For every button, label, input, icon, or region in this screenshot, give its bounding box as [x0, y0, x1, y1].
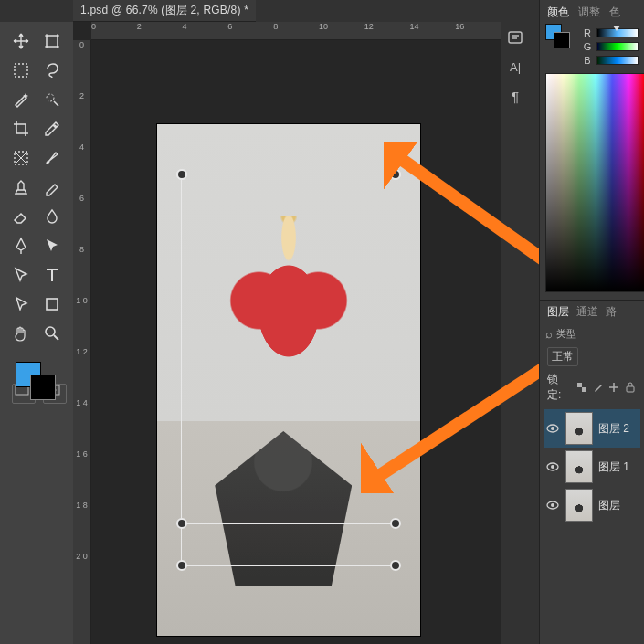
- layer-row[interactable]: 图层 1: [544, 448, 640, 486]
- svg-rect-4: [47, 299, 58, 310]
- hand-tool[interactable]: [6, 320, 36, 347]
- ruler-tick: 2 0: [76, 552, 88, 603]
- pointer-tool[interactable]: [6, 290, 36, 318]
- svg-line-10: [372, 364, 551, 480]
- layer-thumbnail[interactable]: [565, 489, 593, 522]
- quick-select-tool[interactable]: [37, 86, 67, 113]
- path-select-tool[interactable]: [37, 232, 67, 259]
- ruler-tick: 2: [79, 91, 84, 143]
- ruler-tick: 6: [79, 194, 84, 245]
- blend-mode-dropdown[interactable]: 正常: [547, 347, 578, 366]
- layer-row[interactable]: 图层: [544, 486, 640, 524]
- ruler-tick: 1 4: [76, 398, 88, 449]
- swatches-tab[interactable]: 色: [609, 5, 620, 20]
- layer-filter-row: ⌕ 类型: [540, 323, 644, 344]
- ruler-tick: 4: [183, 22, 228, 39]
- background-color-swatch[interactable]: [30, 375, 56, 400]
- g-label: G: [582, 41, 593, 52]
- svg-rect-0: [47, 36, 58, 47]
- eraser-tool[interactable]: [6, 203, 36, 230]
- ruler-tick: 0: [91, 22, 137, 39]
- type-tool[interactable]: [37, 261, 67, 289]
- vertical-ruler: 024681 01 21 41 61 82 0: [73, 40, 91, 644]
- document-tabbar: 1.psd @ 66.7% (图层 2, RGB/8) *: [73, 0, 256, 22]
- crop-tool[interactable]: [6, 115, 36, 143]
- artboard-tool[interactable]: [37, 27, 67, 55]
- r-label: R: [582, 27, 593, 38]
- foreground-background-swatch[interactable]: [6, 358, 67, 402]
- layer-name[interactable]: 图层: [598, 498, 620, 513]
- ruler-tick: 10: [319, 22, 364, 39]
- direct-select-tool[interactable]: [6, 261, 36, 289]
- paths-tab[interactable]: 路: [606, 304, 617, 320]
- move-tool[interactable]: [6, 27, 36, 55]
- svg-point-17: [551, 465, 554, 469]
- lock-all-icon[interactable]: [624, 381, 637, 394]
- blur-tool[interactable]: [37, 203, 67, 230]
- layer-thumbnail[interactable]: [565, 412, 593, 445]
- b-slider[interactable]: [596, 56, 639, 65]
- frame-tool[interactable]: [6, 144, 36, 172]
- panel-bg-swatch[interactable]: [554, 32, 570, 48]
- workspace: 0246810121416 024681 01 21 41 61 82 0: [73, 22, 501, 644]
- svg-point-15: [551, 427, 554, 430]
- wand-tool[interactable]: [6, 86, 36, 113]
- color-tab[interactable]: 颜色: [547, 5, 569, 20]
- channels-tab[interactable]: 通道: [576, 304, 598, 320]
- eyedropper-tool[interactable]: [37, 115, 67, 143]
- blend-mode-row: 正常: [540, 344, 644, 369]
- layer-panel-tabs: 图层 通道 路: [540, 300, 644, 323]
- search-icon[interactable]: ⌕: [545, 327, 553, 341]
- tool-panel: [0, 22, 73, 644]
- pencil-tool[interactable]: [37, 174, 67, 201]
- lock-position-icon[interactable]: [607, 381, 620, 394]
- panel-swatch[interactable]: [545, 24, 575, 48]
- color-spectrum-picker[interactable]: [545, 73, 644, 292]
- layers-list: 图层 2图层 1图层: [540, 406, 644, 528]
- ruler-tick: 6: [227, 22, 273, 39]
- adjust-tab[interactable]: 调整: [578, 5, 600, 20]
- svg-rect-11: [509, 32, 522, 43]
- filter-type-label[interactable]: 类型: [556, 327, 576, 341]
- ruler-tick: 2: [137, 22, 183, 39]
- layer-name[interactable]: 图层 1: [598, 459, 629, 475]
- lasso-tool[interactable]: [37, 57, 67, 84]
- zoom-tool[interactable]: [37, 320, 67, 347]
- ruler-tick: 8: [273, 22, 319, 39]
- visibility-eye-icon[interactable]: [545, 498, 560, 512]
- ruler-tick: 16: [455, 22, 501, 39]
- ruler-tick: 8: [79, 245, 84, 296]
- horizontal-ruler: 0246810121416: [91, 22, 501, 40]
- pen-tool[interactable]: [6, 232, 36, 259]
- svg-point-5: [46, 327, 55, 336]
- r-slider[interactable]: [596, 28, 639, 37]
- character-panel-icon[interactable]: A|: [504, 57, 526, 77]
- layer-thumbnail[interactable]: [565, 450, 593, 483]
- shape-tool[interactable]: [37, 290, 67, 318]
- lock-transparency-icon[interactable]: [575, 381, 588, 394]
- canvas-viewport[interactable]: [91, 40, 501, 644]
- layers-tab[interactable]: 图层: [547, 304, 569, 320]
- ruler-tick: 1 0: [76, 296, 88, 347]
- ruler-tick: 0: [79, 40, 84, 91]
- color-panel-tabs: 颜色 调整 色: [540, 0, 644, 24]
- ruler-tick: 12: [364, 22, 410, 39]
- learn-icon[interactable]: [504, 27, 526, 48]
- document-tab[interactable]: 1.psd @ 66.7% (图层 2, RGB/8) *: [80, 3, 248, 18]
- lock-label: 锁定:: [547, 372, 572, 403]
- marquee-tool[interactable]: [6, 57, 36, 84]
- brush-tool[interactable]: [37, 144, 67, 172]
- layer-name[interactable]: 图层 2: [598, 421, 629, 437]
- visibility-eye-icon[interactable]: [545, 459, 560, 474]
- visibility-eye-icon[interactable]: [545, 421, 560, 436]
- lock-row: 锁定:: [540, 369, 644, 406]
- paragraph-panel-icon[interactable]: ¶: [504, 86, 526, 106]
- clone-tool[interactable]: [6, 174, 36, 201]
- layer-row[interactable]: 图层 2: [544, 409, 640, 448]
- lock-brush-icon[interactable]: [592, 381, 605, 394]
- g-slider[interactable]: [596, 42, 639, 51]
- annotation-arrow-bottom: [361, 356, 557, 493]
- svg-point-19: [551, 503, 554, 507]
- b-label: B: [582, 55, 593, 66]
- ruler-tick: 14: [409, 22, 455, 39]
